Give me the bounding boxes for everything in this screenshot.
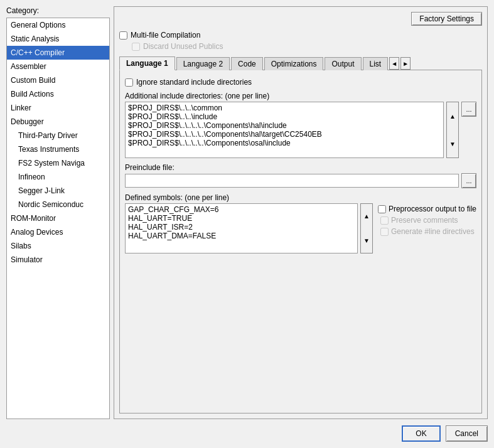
defined-right: Preprocessor output to file Preserve com…	[378, 193, 476, 253]
category-label: Category:	[6, 6, 110, 15]
preprocessor-row: Preprocessor output to file	[378, 205, 476, 213]
discard-checkbox[interactable]	[132, 43, 140, 51]
sidebar-item-third-party[interactable]: Third-Party Driver	[7, 129, 109, 142]
sidebar-item-linker[interactable]: Linker	[7, 101, 109, 115]
sidebar-item-rom-monitor[interactable]: ROM-Monitor	[7, 211, 109, 225]
multifile-row: Multi-file Compilation	[119, 31, 482, 40]
tab-optimizations[interactable]: Optimizations	[264, 57, 324, 70]
preprocessor-label: Preprocessor output to file	[389, 205, 476, 213]
sidebar-item-general-options[interactable]: General Options	[7, 18, 109, 32]
sidebar-item-build-actions[interactable]: Build Actions	[7, 87, 109, 101]
ok-button[interactable]: OK	[402, 425, 440, 442]
preinclude-label: Preinclude file:	[125, 163, 476, 172]
sidebar-item-custom-build[interactable]: Custom Build	[7, 73, 109, 87]
sidebar-item-analog-devices[interactable]: Analog Devices	[7, 225, 109, 239]
sidebar-list: General OptionsStatic AnalysisC/C++ Comp…	[6, 18, 110, 419]
symbols-textarea-row: ▲ ▼	[125, 203, 373, 253]
scroll-down-icon: ▼	[449, 141, 456, 147]
include-dirs-textarea[interactable]	[125, 102, 444, 158]
preprocessor-checkbox[interactable]	[378, 205, 386, 213]
generate-directives-label: Generate #line directives	[391, 227, 475, 236]
sidebar-item-texas-instruments[interactable]: Texas Instruments	[7, 142, 109, 156]
factory-settings-row: Factory Settings	[119, 12, 482, 26]
dialog: Category: General OptionsStatic Analysis…	[0, 0, 494, 448]
symbols-scroll: ▲ ▼	[360, 203, 373, 253]
tab-output[interactable]: Output	[325, 57, 361, 70]
ignore-std-label: Ignore standard include directories	[136, 78, 252, 87]
sidebar-item-segger-jlink[interactable]: Segger J-Link	[7, 184, 109, 198]
sidebar-item-silabs[interactable]: Silabs	[7, 239, 109, 253]
tab-nav-prev[interactable]: ◄	[389, 57, 399, 70]
multifile-checkbox[interactable]	[119, 31, 127, 40]
sidebar: Category: General OptionsStatic Analysis…	[6, 6, 110, 419]
sidebar-item-static-analysis[interactable]: Static Analysis	[7, 32, 109, 46]
defined-symbols-area: Defined symbols: (one per line) ▲ ▼	[125, 193, 476, 253]
include-scroll: ▲ ▼	[446, 102, 459, 158]
include-dirs-section: Additional include directories: (one per…	[125, 92, 476, 158]
defined-symbols-textarea[interactable]	[125, 203, 358, 253]
sym-scroll-down-icon: ▼	[363, 237, 370, 244]
sidebar-item-nordic-semicon[interactable]: Nordic Semiconduc	[7, 198, 109, 211]
dialog-footer: OK Cancel	[6, 425, 488, 442]
include-dirs-label: Additional include directories: (one per…	[125, 92, 476, 100]
preinclude-browse-button[interactable]: ...	[461, 173, 476, 188]
sidebar-item-cpp-compiler[interactable]: C/C++ Compiler	[7, 46, 109, 60]
preinclude-section: Preinclude file: ...	[125, 163, 476, 188]
preinclude-row: ...	[125, 173, 476, 188]
discard-label: Discard Unused Publics	[143, 42, 223, 51]
defined-left: Defined symbols: (one per line) ▲ ▼	[125, 193, 373, 253]
multifile-label: Multi-file Compilation	[131, 31, 200, 40]
ignore-std-row: Ignore standard include directories	[125, 78, 476, 87]
include-browse-button[interactable]: ...	[461, 102, 476, 117]
generate-directives-checkbox[interactable]	[380, 228, 389, 236]
defined-symbols-label: Defined symbols: (one per line)	[125, 193, 373, 202]
tab-language1[interactable]: Language 1	[119, 56, 175, 70]
tab-code[interactable]: Code	[231, 57, 263, 70]
sidebar-item-debugger[interactable]: Debugger	[7, 115, 109, 129]
sidebar-item-fs2-system[interactable]: FS2 System Naviga	[7, 156, 109, 170]
tab-content: Ignore standard include directories Addi…	[119, 70, 482, 413]
main-content: Factory Settings Multi-file Compilation …	[114, 6, 488, 419]
tab-nav-next[interactable]: ►	[400, 57, 411, 70]
tabs-container: Language 1Language 2CodeOptimizationsOut…	[119, 56, 482, 70]
preserve-comments-label: Preserve comments	[391, 216, 458, 225]
preinclude-input[interactable]	[125, 174, 459, 188]
tab-list[interactable]: List	[363, 57, 389, 70]
factory-settings-button[interactable]: Factory Settings	[411, 12, 482, 26]
preserve-comments-checkbox[interactable]	[380, 216, 389, 225]
sidebar-item-simulator[interactable]: Simulator	[7, 253, 109, 267]
include-dirs-row: ▲ ▼ ...	[125, 102, 476, 158]
preserve-comments-row: Preserve comments	[380, 216, 476, 225]
tab-language2[interactable]: Language 2	[176, 57, 230, 70]
cancel-button[interactable]: Cancel	[446, 425, 488, 442]
scroll-up-icon: ▲	[449, 113, 456, 120]
sidebar-item-infineon[interactable]: Infineon	[7, 170, 109, 184]
sidebar-item-assembler[interactable]: Assembler	[7, 60, 109, 73]
ignore-std-checkbox[interactable]	[125, 78, 133, 87]
sym-scroll-up-icon: ▲	[363, 213, 370, 220]
generate-directives-row: Generate #line directives	[380, 227, 476, 236]
discard-row: Discard Unused Publics	[132, 42, 482, 51]
